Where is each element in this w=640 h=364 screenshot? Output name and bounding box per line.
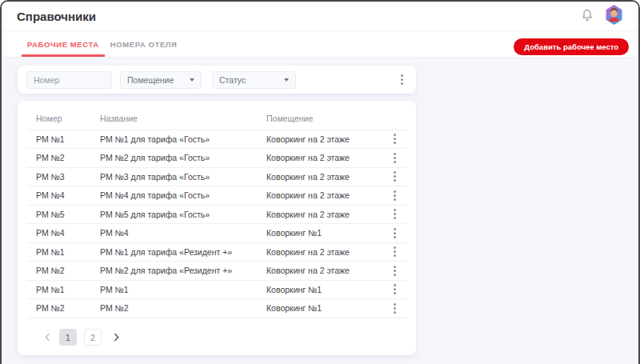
cell-number: РМ №1 [27, 130, 91, 149]
caret-down-icon [284, 78, 289, 82]
table-row: РМ №2 РМ №2 Коворкинг №1 [27, 299, 406, 318]
row-actions-kebab-icon[interactable] [382, 282, 406, 297]
status-filter-select[interactable]: Статус [212, 71, 296, 89]
cell-room: Коворкинг на 2 этаже [258, 130, 382, 149]
add-workplace-button[interactable]: Добавить рабочее место [514, 38, 629, 55]
pagination-page-1[interactable]: 1 [59, 329, 77, 346]
row-actions-kebab-icon[interactable] [382, 206, 406, 222]
pagination: 1 2 [27, 318, 406, 346]
cell-name: РМ №1 для тарифа «Резидент +» [91, 242, 258, 262]
cell-number: РМ №1 [27, 242, 91, 262]
pagination-prev-button[interactable] [43, 329, 52, 346]
row-actions-kebab-icon[interactable] [382, 169, 406, 184]
cell-room: Коворкинг на 2 этаже [258, 167, 382, 186]
cell-number: РМ №1 [27, 280, 91, 299]
header: Справочники [2, 2, 638, 31]
column-header-number: Номер [27, 107, 91, 130]
cell-name: РМ №1 для тарифа «Гость» [91, 130, 258, 149]
table-row: РМ №2 РМ №2 для тарифа «Гость» Коворкинг… [27, 149, 406, 168]
cell-name: РМ №3 для тарифа «Гость» [91, 167, 258, 186]
column-header-actions [382, 107, 406, 130]
room-filter-select[interactable]: Помещение [120, 71, 202, 89]
caret-down-icon [190, 78, 194, 82]
table-row: РМ №1 РМ №1 Коворкинг №1 [27, 280, 406, 299]
table-row: РМ №1 РМ №1 для тарифа «Гость» Коворкинг… [27, 130, 406, 149]
cell-number: РМ №3 [27, 167, 91, 186]
status-filter-label: Статус [219, 75, 246, 85]
workplaces-table-card: Номер Название Помещение РМ №1 РМ №1 для… [18, 101, 416, 355]
row-actions-kebab-icon[interactable] [382, 263, 406, 278]
row-actions-kebab-icon[interactable] [382, 150, 406, 166]
cell-room: Коворкинг №1 [258, 224, 382, 243]
cell-name: РМ №1 [91, 280, 258, 299]
table-row: РМ №4 РМ №4 для тарифа «Гость» Коворкинг… [27, 186, 406, 206]
room-filter-label: Помещение [127, 75, 174, 85]
column-header-room: Помещение [258, 107, 382, 130]
table-row: РМ №5 РМ №5 для тарифа «Гость» Коворкинг… [27, 205, 406, 224]
cell-room: Коворкинг на 2 этаже [258, 262, 382, 281]
chevron-left-icon [45, 330, 50, 345]
cell-room: Коворкинг №1 [258, 280, 382, 299]
cell-name: РМ №2 для тарифа «Резидент +» [91, 262, 258, 281]
cell-name: РМ №2 для тарифа «Гость» [91, 149, 258, 168]
cell-room: Коворкинг №1 [258, 299, 382, 318]
row-actions-kebab-icon[interactable] [382, 226, 406, 241]
app-window: Справочники [0, 0, 640, 364]
cell-room: Коворкинг на 2 этаже [258, 149, 382, 168]
cell-number: РМ №4 [27, 224, 91, 243]
page-title: Справочники [17, 10, 96, 23]
workplaces-table: Номер Название Помещение РМ №1 РМ №1 для… [27, 107, 406, 318]
cell-number: РМ №4 [27, 186, 91, 206]
notifications-button[interactable] [581, 7, 594, 25]
table-row: РМ №2 РМ №2 для тарифа «Резидент +» Ково… [27, 262, 406, 281]
table-header-row: Номер Название Помещение [27, 107, 406, 130]
number-filter-input[interactable] [26, 71, 112, 89]
filter-bar: Помещение Статус [18, 66, 416, 94]
cell-room: Коворкинг на 2 этаже [258, 186, 382, 206]
user-avatar[interactable] [605, 5, 623, 28]
row-actions-kebab-icon[interactable] [382, 244, 406, 259]
pagination-page-2[interactable]: 2 [84, 329, 102, 346]
bell-icon [581, 7, 594, 25]
cell-room: Коворкинг на 2 этаже [258, 242, 382, 262]
tab-bar: РАБОЧИЕ МЕСТА НОМЕРА ОТЕЛЯ Добавить рабо… [2, 31, 638, 58]
row-actions-kebab-icon[interactable] [382, 188, 406, 203]
cell-room: Коворкинг на 2 этаже [258, 205, 382, 224]
table-row: РМ №3 РМ №3 для тарифа «Гость» Коворкинг… [27, 167, 406, 186]
filter-actions-kebab-icon[interactable] [397, 72, 407, 87]
cell-name: РМ №4 [91, 224, 258, 243]
pagination-next-button[interactable] [112, 329, 121, 346]
row-actions-kebab-icon[interactable] [382, 301, 406, 316]
cell-number: РМ №2 [27, 299, 91, 318]
table-row: РМ №4 РМ №4 Коворкинг №1 [27, 224, 406, 243]
cell-name: РМ №4 для тарифа «Гость» [91, 186, 258, 206]
hexagon-avatar-icon [605, 5, 623, 28]
cell-number: РМ №2 [27, 262, 91, 281]
cell-number: РМ №5 [27, 205, 91, 224]
cell-name: РМ №2 [91, 299, 258, 318]
chevron-right-icon [114, 330, 119, 345]
row-actions-kebab-icon[interactable] [382, 131, 406, 146]
table-row: РМ №1 РМ №1 для тарифа «Резидент +» Ково… [27, 242, 406, 262]
cell-name: РМ №5 для тарифа «Гость» [91, 205, 258, 224]
column-header-name: Название [91, 107, 258, 130]
tab-workplaces[interactable]: РАБОЧИЕ МЕСТА [22, 31, 105, 57]
cell-number: РМ №2 [27, 149, 91, 168]
tab-hotel-rooms[interactable]: НОМЕРА ОТЕЛЯ [105, 31, 183, 57]
